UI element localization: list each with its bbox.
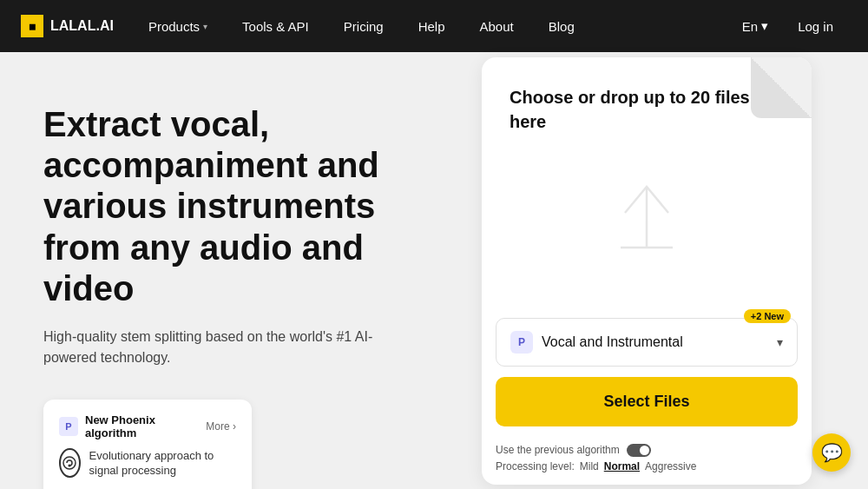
chat-icon: 💬 [821, 442, 843, 463]
nav-right: En ▾ Log in [733, 0, 847, 52]
main-content: Extract vocal, accompaniment and various… [0, 52, 868, 489]
select-files-button[interactable]: Select Files [496, 377, 798, 426]
nav-item-help[interactable]: Help [401, 0, 463, 52]
drop-text: Choose or drop up to 20 files here [510, 85, 784, 134]
chevron-down-icon: ▾ [777, 335, 783, 349]
use-prev-algo-label: Use the previous algorithm [496, 444, 620, 456]
processing-normal[interactable]: Normal [604, 460, 640, 472]
processing-aggressive[interactable]: Aggressive [645, 460, 696, 472]
hero-subtitle: High-quality stem splitting based on the… [43, 327, 373, 368]
promo-feature-icon [59, 448, 81, 478]
promo-card-header: P New Phoenix algorithm More › [59, 413, 236, 439]
upload-panel: Choose or drop up to 20 files here +2 Ne… [482, 57, 812, 485]
promo-feature: Evolutionary approach to signal processi… [59, 448, 236, 479]
nav-item-pricing[interactable]: Pricing [326, 0, 401, 52]
promo-more-link[interactable]: More › [206, 420, 236, 433]
navbar: ◼ LALAL.AI Products ▾ Tools & API Pricin… [0, 0, 868, 52]
logo-icon: ◼ [21, 15, 43, 37]
chevron-down-icon: ▾ [761, 18, 768, 34]
selector-label: Vocal and Instrumental [542, 334, 768, 350]
selector-row: +2 New P Vocal and Instrumental ▾ [482, 318, 812, 367]
prev-algo-toggle[interactable] [627, 444, 651, 457]
nav-item-blog[interactable]: Blog [531, 0, 592, 52]
processing-level-label: Processing level: [496, 460, 575, 472]
processing-mild[interactable]: Mild [580, 460, 599, 472]
svg-point-0 [63, 457, 76, 469]
promo-card: P New Phoenix algorithm More › Evolution… [43, 400, 252, 489]
selector-icon: P [510, 331, 533, 354]
processing-level-row: Processing level: Mild Normal Aggressive [496, 460, 798, 472]
promo-feature-text: Evolutionary approach to signal processi… [89, 448, 236, 479]
prev-algo-row: Use the previous algorithm [496, 444, 798, 457]
language-selector[interactable]: En ▾ [733, 0, 777, 52]
drop-zone[interactable]: Choose or drop up to 20 files here [482, 57, 812, 318]
promo-tag: New Phoenix algorithm [85, 413, 199, 439]
stem-type-dropdown[interactable]: P Vocal and Instrumental ▾ [496, 318, 798, 367]
chevron-down-icon: ▾ [203, 22, 207, 31]
logo-text: LALAL.AI [50, 18, 114, 34]
nav-item-products[interactable]: Products ▾ [131, 0, 225, 52]
promo-icon: P [59, 417, 78, 436]
new-badge: +2 New [744, 309, 791, 323]
hero-title: Extract vocal, accompaniment and various… [43, 104, 399, 309]
upload-arrow-area [510, 134, 784, 301]
svg-point-1 [69, 466, 70, 467]
nav-item-about[interactable]: About [463, 0, 531, 52]
nav-items: Products ▾ Tools & API Pricing Help Abou… [131, 0, 733, 52]
nav-item-tools[interactable]: Tools & API [225, 0, 326, 52]
chat-button[interactable]: 💬 [812, 433, 851, 472]
nav-logo[interactable]: ◼ LALAL.AI [21, 15, 114, 37]
login-button[interactable]: Log in [784, 0, 847, 52]
hero-section: Extract vocal, accompaniment and various… [0, 52, 443, 489]
hero-right: Choose or drop up to 20 files here +2 Ne… [443, 52, 868, 489]
bottom-options: Use the previous algorithm Processing le… [482, 440, 812, 485]
